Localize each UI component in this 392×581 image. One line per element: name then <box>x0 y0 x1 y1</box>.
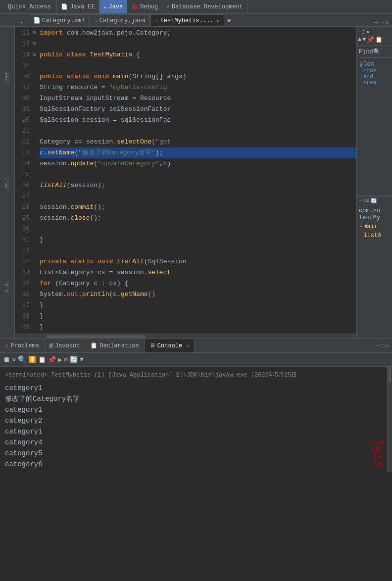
right-toolbar: ─ □ ✕ ▲ ▼ 📌 📋 <box>357 27 392 46</box>
code-line-12: import com.how2java.pojo.Category; <box>40 28 356 39</box>
xml-icon: 📄 <box>33 17 41 24</box>
outline-min-btn[interactable]: ─ <box>359 198 362 204</box>
minimize-btn[interactable]: ─ <box>374 19 378 26</box>
quick-access-label[interactable]: Quick Access <box>2 0 57 13</box>
debug-icon: 🐞 <box>131 3 138 10</box>
more-tabs-btn[interactable]: ⊕ <box>225 14 234 26</box>
scrollbar-handle[interactable] <box>389 368 391 383</box>
outline-toolbar: ─ □ ⚙ 🔄 <box>357 196 392 205</box>
tab-java[interactable]: ☕ Java <box>99 0 127 13</box>
collapse-btn[interactable]: ▸ <box>15 19 29 26</box>
tab-java-ee[interactable]: 📄 Java EE <box>57 0 99 13</box>
toolbar-btn-8[interactable]: ⚙ <box>64 356 68 364</box>
close-window-btn[interactable]: ✕ <box>386 19 389 26</box>
outline-btn1[interactable]: ⚙ <box>367 198 370 204</box>
code-line-17: String resource = "mybatis-config. <box>40 82 356 93</box>
tab-console[interactable]: 🖥 Console ✕ <box>145 339 195 352</box>
lista-label: listA <box>363 232 381 239</box>
code-line-35: for (Category c : cs) { <box>40 278 356 289</box>
close-tab-icon[interactable]: ✕ <box>217 18 220 24</box>
bottom-close-btn[interactable]: ✕ <box>386 342 389 349</box>
red-dot-icon: ● <box>360 233 362 238</box>
file-tab-category-xml[interactable]: 📄 Category.xml <box>29 14 89 26</box>
declaration-icon: 📋 <box>90 342 98 349</box>
left-gutter: j2ee SE-1 0.8- <box>0 27 15 339</box>
outline-class-name: com.hoTestMy <box>358 206 391 222</box>
toolbar-btn-2[interactable]: ✕ <box>12 355 16 364</box>
java-file-icon: ☕ <box>94 17 98 24</box>
code-line-19: SqlSessionFactory sqlSessionFactor <box>40 104 356 115</box>
toolbar-btn-7[interactable]: ▶ <box>58 356 62 364</box>
code-line-28: session.commit(); <box>40 202 356 213</box>
code-line-24: session.update("updateCategory",c) <box>40 158 356 169</box>
toolbar-btn-5[interactable]: 📋 <box>38 356 46 364</box>
code-line-22: Category c= session.selectOne("get <box>40 137 356 147</box>
code-line-23: c.setName("修改了的Category名字"); <box>40 147 356 158</box>
info-icon: ℹ <box>360 61 362 69</box>
java-icon: ☕ <box>103 3 107 10</box>
file-tab-category-java[interactable]: ☕ Category.java <box>90 14 150 26</box>
toolbar-btn-1[interactable]: ⏹ <box>3 356 10 364</box>
toolbar-btn-6[interactable]: 📌 <box>48 356 56 364</box>
console-line-6: category4 <box>5 437 382 448</box>
outline-max-btn[interactable]: □ <box>363 198 366 204</box>
code-view[interactable]: 12131415 16171819 20212223 24252627 2829… <box>15 27 356 334</box>
con-desc: Connandcrea <box>363 68 376 86</box>
outline-btn2[interactable]: 🔄 <box>371 198 377 204</box>
code-line-27 <box>40 191 356 202</box>
find-bar: Find🔍 <box>357 46 392 58</box>
db-icon: ⚡ <box>166 3 170 10</box>
outline-method-main[interactable]: ● mair <box>358 222 391 231</box>
maximize-right-btn[interactable]: □ <box>362 29 366 35</box>
code-lines[interactable]: import com.how2java.pojo.Category; publi… <box>40 27 356 334</box>
toolbar-btn-4[interactable]: ⏬ <box>28 356 36 364</box>
code-editor: 12131415 16171819 20212223 24252627 2829… <box>15 27 356 339</box>
close-right-btn[interactable]: ✕ <box>366 29 370 35</box>
console-scrollbar[interactable] <box>387 367 392 472</box>
code-line-15 <box>40 60 356 71</box>
pin-btn[interactable]: 📌 <box>367 36 374 44</box>
console-line-9: category7 <box>5 470 382 472</box>
bottom-tab-bar: ⚠ Problems @ Javadoc 📋 Declaration 🖥 Con… <box>0 339 392 353</box>
console-line-4: category2 <box>5 415 382 426</box>
code-line-29: session.close(); <box>40 213 356 224</box>
outline-method-lista[interactable]: ● listA <box>358 231 391 240</box>
gutter-label-j2ee: j2ee <box>4 73 10 85</box>
problems-icon: ⚠ <box>5 342 8 349</box>
copy-btn[interactable]: 📋 <box>375 36 383 44</box>
file-tab-testmybatis[interactable]: ☕ TestMybatis.... ✕ <box>150 14 224 26</box>
tab-debug[interactable]: 🐞 Debug <box>127 0 162 13</box>
toolbar-btn-10[interactable]: ▼ <box>80 356 84 363</box>
bottom-min-btn[interactable]: ─ <box>376 343 380 349</box>
bottom-max-btn[interactable]: □ <box>381 343 385 349</box>
top-bar: Quick Access 📄 Java EE ☕ Java 🐞 Debug ⚡ … <box>0 0 392 14</box>
bottom-section: ⚠ Problems @ Javadoc 📋 Declaration 🖥 Con… <box>0 339 392 472</box>
tab-javadoc[interactable]: @ Javadoc <box>45 339 86 352</box>
tab-db-dev[interactable]: ⚡ Database Development <box>162 0 247 13</box>
code-line-13 <box>40 39 356 49</box>
console-line-3: category1 <box>5 404 382 415</box>
toolbar-btn-3[interactable]: 🔍 <box>18 355 26 364</box>
java-ee-icon: 📄 <box>61 3 68 10</box>
code-line-16: public static void main(String[] args) <box>40 71 356 82</box>
tab-problems[interactable]: ⚠ Problems <box>0 339 45 352</box>
test-file-icon: ☕ <box>155 17 158 24</box>
watermark: CSDN @蔡欣欣欣欣 <box>372 440 385 468</box>
javadoc-icon: @ <box>49 342 53 349</box>
close-console-icon[interactable]: ✕ <box>186 343 189 349</box>
tab-declaration[interactable]: 📋 Declaration <box>85 339 144 352</box>
code-line-30 <box>40 224 356 235</box>
gutter-label-se1: SE-1 <box>4 177 10 189</box>
main-layout: j2ee SE-1 0.8- 12131415 16171819 2021222… <box>0 27 392 339</box>
code-line-21 <box>40 126 356 137</box>
scrollbar-thumb[interactable] <box>47 335 146 338</box>
toolbar-btn-9[interactable]: 🔄 <box>70 356 78 364</box>
minimize-right-btn[interactable]: ─ <box>358 29 361 35</box>
maximize-btn[interactable]: □ <box>380 19 384 26</box>
horizontal-scrollbar[interactable] <box>15 334 356 339</box>
arrow-down-btn[interactable]: ▼ <box>362 36 366 44</box>
code-line-32 <box>40 245 356 256</box>
find-label[interactable]: Find <box>359 48 373 55</box>
arrow-up-btn[interactable]: ▲ <box>358 36 361 44</box>
line-numbers: 12131415 16171819 20212223 24252627 2829… <box>15 27 33 334</box>
